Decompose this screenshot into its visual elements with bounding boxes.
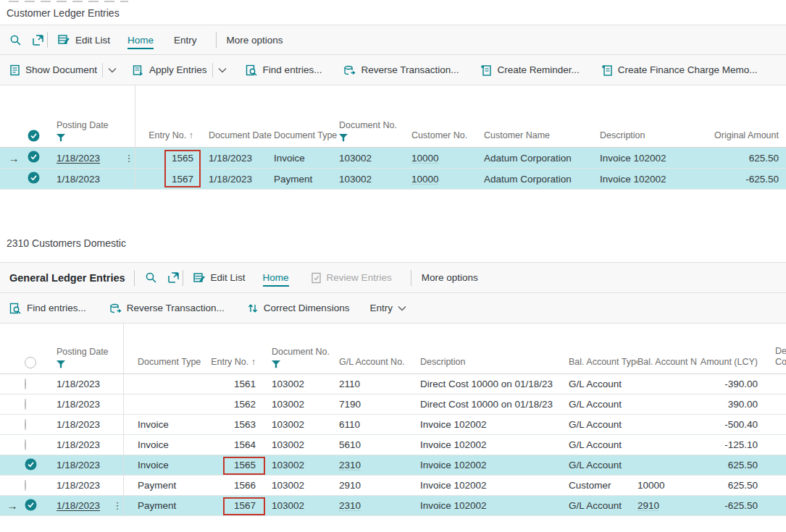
row-select-radio[interactable] [25,480,57,491]
find-entries-button[interactable]: Find entries... [9,303,86,314]
tab-entry[interactable]: Entry [174,35,197,46]
select-all-radio[interactable] [25,357,57,368]
show-document-chevron-icon[interactable] [108,67,117,73]
row-select-radio[interactable] [25,439,57,450]
bal-account-no-link[interactable]: 2910 [637,500,659,511]
table-row[interactable]: 1/18/2023 Invoice 1563 103002 6110 Invoi… [0,415,786,435]
split-button-divider [212,63,213,77]
correct-dimensions-button[interactable]: Correct Dimensions [248,303,350,314]
posting-date-link[interactable]: 1/18/2023 [57,500,100,511]
column-header-entry-no[interactable]: Entry No. ↑ [206,357,263,368]
column-header-bal-account-type[interactable]: Bal. Account Type [569,357,637,368]
posting-date-cell[interactable]: 1/18/2023 [57,174,123,185]
customer-no-link[interactable]: 10000 [411,153,439,164]
edit-list-icon [58,34,70,46]
posting-date-cell: 1/18/2023 [57,399,112,410]
column-header-document-type[interactable]: Document Type [274,130,339,142]
column-header-dept-truncated[interactable]: De Co [758,346,786,368]
reverse-transaction-button[interactable]: Reverse Transaction... [109,303,225,314]
search-icon[interactable] [9,34,22,46]
table-row[interactable]: 1/18/2023 Payment 1566 103002 2910 Invoi… [0,476,786,496]
row-context-menu-icon[interactable]: ⋮ [123,153,135,164]
create-reminder-button[interactable]: Create Reminder... [480,64,579,76]
customer-no-link[interactable]: 10000 [411,174,439,185]
column-header-bal-account-no[interactable]: Bal. Account No. [637,357,697,368]
gle-action-ribbon: Find entries... Reverse Transaction... C… [0,293,786,324]
search-icon[interactable] [145,271,157,284]
toolbar-divider [134,270,135,286]
create-finance-charge-memo-button[interactable]: Create Finance Charge Memo... [601,64,758,76]
entry-menu-button[interactable]: Entry [369,303,406,313]
selected-check-icon [28,172,40,184]
description-cell: Invoice 102002 [415,480,569,491]
column-header-posting-date[interactable]: Posting Date [57,120,123,142]
toolbar-divider [47,32,48,48]
table-row[interactable]: → 1/18/2023 ⋮ 1565 1/18/2023 Invoice 103… [0,148,786,169]
bal-account-type-cell: G/L Account [569,379,637,389]
customer-name-cell: Adatum Corporation [484,174,600,185]
select-all-checkbox[interactable] [28,130,57,142]
more-options-button[interactable]: More options [227,35,283,46]
gl-account-no-link[interactable]: 2310 [339,500,361,511]
tab-home[interactable]: Home [263,272,289,287]
column-header-description[interactable]: Description [415,357,569,368]
context-label: 2310 Customers Domestic [0,227,786,253]
column-header-entry-no[interactable]: Entry No. ↑ [135,130,199,142]
column-header-gl-account-no[interactable]: G/L Account No. [335,357,415,368]
column-header-document-no[interactable]: Document No. [339,120,411,142]
reverse-transaction-button[interactable]: Reverse Transaction... [343,64,459,76]
table-row[interactable]: 1/18/2023 1562 103002 7190 Direct Cost 1… [0,394,786,415]
row-select-radio[interactable] [25,419,57,430]
posting-date-cell: 1/18/2023 [57,460,112,470]
edit-list-button[interactable]: Edit List [58,34,110,46]
gl-account-no-link[interactable]: 2310 [339,460,361,470]
apply-entries-chevron-icon[interactable] [218,67,227,73]
row-selected-checkbox[interactable] [28,151,57,165]
correct-dimensions-icon [248,303,259,314]
column-header-posting-date[interactable]: Posting Date [57,347,112,368]
column-header-description[interactable]: Description [600,130,699,142]
description-cell: Direct Cost 10000 on 01/18/23 [415,399,569,410]
original-amount-cell: -625.50 [699,174,786,185]
bal-account-type-cell: G/L Account [569,399,637,410]
column-header-document-no[interactable]: Document No. [263,347,335,368]
column-header-document-type[interactable]: Document Type [123,357,206,368]
tab-home[interactable]: Home [127,35,154,49]
bal-account-type-cell: G/L Account [569,419,637,430]
find-entries-button[interactable]: Find entries... [246,64,322,76]
edit-list-button[interactable]: Edit List [193,272,246,284]
entry-no-cell: 1566 [206,480,263,491]
apply-entries-button[interactable]: Apply Entries [133,64,207,76]
row-selected-checkbox[interactable] [25,499,57,513]
column-header-original-amount[interactable]: Original Amount [699,130,786,142]
column-header-document-date[interactable]: Document Date [209,130,274,142]
more-options-button[interactable]: More options [422,272,478,283]
row-selected-checkbox[interactable] [28,172,57,186]
column-header-customer-no[interactable]: Customer No. [411,130,484,142]
document-type-cell: Invoice [274,153,339,164]
document-type-cell: Payment [274,174,339,185]
table-row[interactable]: 1/18/2023 Invoice 1564 103002 5610 Invoi… [0,435,786,455]
column-header-amount-lcy[interactable]: Amount (LCY) [697,357,758,368]
description-cell: Direct Cost 10000 on 01/18/23 [415,379,569,389]
table-row[interactable]: 1/18/2023 Invoice 1565 103002 2310 Invoi… [0,455,786,476]
amount-lcy-cell: -125.10 [697,439,758,450]
bal-account-type-cell: G/L Account [569,500,637,511]
show-document-button[interactable]: Show Document [9,64,97,76]
row-context-menu-icon[interactable]: ⋮ [112,500,123,511]
column-header-customer-name[interactable]: Customer Name [484,130,600,142]
posting-date-link[interactable]: 1/18/2023 [57,153,100,164]
document-no-cell: 103002 [263,439,335,450]
row-select-radio[interactable] [25,379,57,389]
row-select-radio[interactable] [25,399,57,410]
table-row[interactable]: 1/18/2023 1561 103002 2110 Direct Cost 1… [0,374,786,394]
row-selected-checkbox[interactable] [25,458,57,473]
open-in-window-icon[interactable] [32,34,44,46]
amount-lcy-cell: 625.50 [697,460,758,470]
table-row[interactable]: 1/18/2023 1567 1/18/2023 Payment 103002 … [0,169,786,190]
description-cell: Invoice 102002 [415,460,569,470]
open-in-window-icon[interactable] [167,271,180,284]
table-row[interactable]: → 1/18/2023 ⋮ Payment 1567 103002 2310 I… [0,496,786,516]
cle-table-header: Posting Date Entry No. ↑ Document Date D… [0,85,786,148]
edit-list-icon [193,272,206,284]
